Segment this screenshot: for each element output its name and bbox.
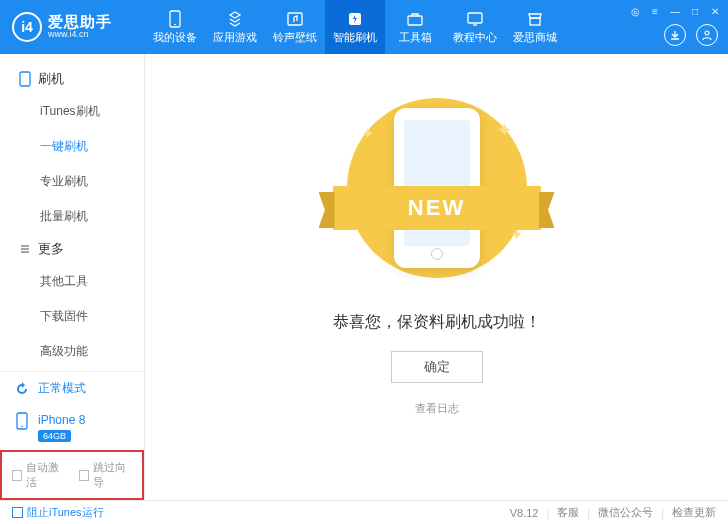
nav-label: 工具箱 (399, 30, 432, 45)
sidebar-item-batch-flash[interactable]: 批量刷机 (0, 199, 144, 234)
nav-my-device[interactable]: 我的设备 (145, 0, 205, 54)
nav-apps[interactable]: 应用游戏 (205, 0, 265, 54)
logo-badge-icon: i4 (12, 12, 42, 42)
group-title: 更多 (38, 240, 64, 258)
window-controls: ◎ ≡ — □ ✕ (628, 4, 722, 18)
logo: i4 爱思助手 www.i4.cn (0, 12, 145, 42)
minimize-icon[interactable]: — (668, 4, 682, 18)
nav-toolbox[interactable]: 工具箱 (385, 0, 445, 54)
flash-options-highlighted: 自动激活 跳过向导 (0, 450, 144, 500)
menu-icon[interactable]: ≡ (648, 4, 662, 18)
sidebar-group-more: 更多 (0, 234, 144, 264)
sidebar-item-advanced[interactable]: 高级功能 (0, 334, 144, 369)
sidebar-item-pro-flash[interactable]: 专业刷机 (0, 164, 144, 199)
nav-tutorials[interactable]: 教程中心 (445, 0, 505, 54)
close-icon[interactable]: ✕ (708, 4, 722, 18)
nav-label: 教程中心 (453, 30, 497, 45)
svg-point-1 (174, 23, 176, 25)
new-ribbon: NEW (333, 186, 541, 230)
main-content: ✦ ✦ ✦ NEW 恭喜您，保资料刷机成功啦！ 确定 查看日志 (145, 54, 728, 500)
user-button[interactable] (696, 24, 718, 46)
maximize-icon[interactable]: □ (688, 4, 702, 18)
list-icon (18, 242, 32, 256)
check-update-link[interactable]: 检查更新 (672, 505, 716, 520)
board-icon (466, 10, 484, 28)
refresh-icon (14, 381, 30, 397)
svg-rect-4 (408, 16, 422, 25)
sidebar-item-itunes-flash[interactable]: iTunes刷机 (0, 94, 144, 129)
sidebar-group-flash: 刷机 (0, 64, 144, 94)
nav-label: 爱思商城 (513, 30, 557, 45)
status-bar: 阻止iTunes运行 V8.12 | 客服 | 微信公众号 | 检查更新 (0, 500, 728, 524)
ok-button[interactable]: 确定 (391, 351, 483, 383)
svg-point-7 (705, 31, 709, 35)
device-name: iPhone 8 (38, 413, 85, 427)
device-info[interactable]: iPhone 8 64GB (0, 405, 144, 450)
sidebar-item-onekey-flash[interactable]: 一键刷机 (0, 129, 144, 164)
skip-wizard-checkbox[interactable]: 跳过向导 (79, 460, 132, 490)
success-message: 恭喜您，保资料刷机成功啦！ (333, 312, 541, 333)
version-label: V8.12 (510, 507, 539, 519)
nav-label: 智能刷机 (333, 30, 377, 45)
toolbox-icon (406, 10, 424, 28)
svg-rect-2 (288, 13, 302, 25)
auto-activate-checkbox[interactable]: 自动激活 (12, 460, 65, 490)
device-mode[interactable]: 正常模式 (0, 372, 144, 405)
app-header: i4 爱思助手 www.i4.cn 我的设备 应用游戏 铃声壁纸 智能刷机 工具… (0, 0, 728, 54)
device-phone-icon (14, 413, 30, 429)
nav-label: 应用游戏 (213, 30, 257, 45)
nav-ringtones[interactable]: 铃声壁纸 (265, 0, 325, 54)
logo-url: www.i4.cn (48, 30, 112, 40)
block-itunes-checkbox[interactable]: 阻止iTunes运行 (12, 505, 104, 520)
svg-rect-8 (20, 72, 30, 86)
top-nav: 我的设备 应用游戏 铃声壁纸 智能刷机 工具箱 教程中心 爱思商城 (145, 0, 565, 54)
download-button[interactable] (664, 24, 686, 46)
music-icon (286, 10, 304, 28)
support-link[interactable]: 客服 (557, 505, 579, 520)
success-illustration: ✦ ✦ ✦ NEW (337, 88, 537, 288)
logo-title: 爱思助手 (48, 14, 112, 31)
sidebar-item-download-firmware[interactable]: 下载固件 (0, 299, 144, 334)
group-title: 刷机 (38, 70, 64, 88)
apps-icon (226, 10, 244, 28)
sparkle-icon: ✦ (361, 124, 374, 143)
skin-icon[interactable]: ◎ (628, 4, 642, 18)
sidebar: 刷机 iTunes刷机 一键刷机 专业刷机 批量刷机 更多 其他工具 下载固件 … (0, 54, 145, 500)
svg-rect-5 (468, 13, 482, 23)
view-log-link[interactable]: 查看日志 (415, 401, 459, 416)
svg-point-10 (21, 426, 23, 428)
mode-label: 正常模式 (38, 380, 86, 397)
phone-outline-icon (18, 72, 32, 86)
svg-rect-6 (530, 18, 540, 25)
sidebar-item-other-tools[interactable]: 其他工具 (0, 264, 144, 299)
storage-badge: 64GB (38, 430, 71, 442)
phone-icon (166, 10, 184, 28)
flash-icon (346, 10, 364, 28)
nav-label: 铃声壁纸 (273, 30, 317, 45)
wechat-link[interactable]: 微信公众号 (598, 505, 653, 520)
sparkle-icon: ✦ (496, 118, 513, 142)
nav-shop[interactable]: 爱思商城 (505, 0, 565, 54)
nav-flash[interactable]: 智能刷机 (325, 0, 385, 54)
nav-label: 我的设备 (153, 30, 197, 45)
shop-icon (526, 10, 544, 28)
